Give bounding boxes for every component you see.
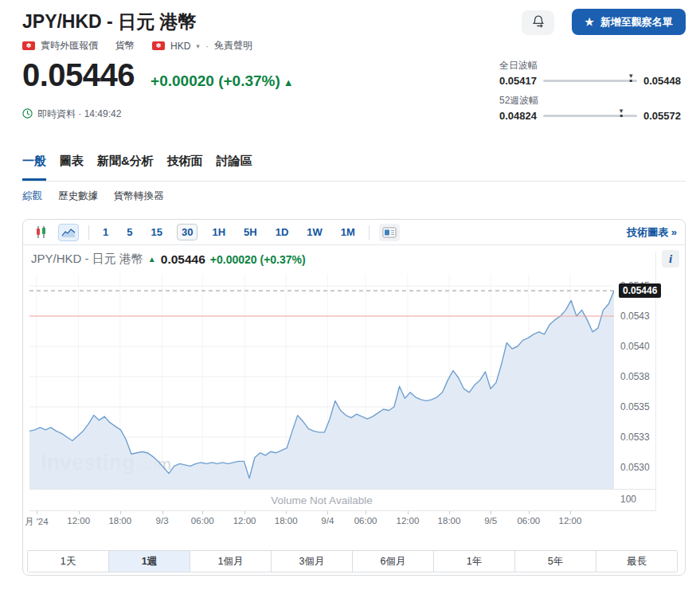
timeframe-1年[interactable]: 1年 (434, 551, 515, 572)
breadcrumb-separator: · (205, 41, 209, 52)
x-axis-tick (120, 511, 121, 514)
x-axis-tick-label: 18:00 (275, 516, 298, 526)
info-icon[interactable]: i (662, 250, 679, 268)
x-axis-tick-label: 18:00 (108, 516, 131, 526)
day-range: 0.05417 ▾ 0.05448 (499, 75, 681, 87)
technical-chart-link[interactable]: 技術圖表 » (627, 225, 677, 240)
timeframe-最長[interactable]: 最長 (596, 551, 677, 572)
x-axis-tick (491, 511, 491, 514)
chart-instrument-name: JPY/HKD - 日元 港幣 (31, 252, 143, 267)
news-panel-icon[interactable] (379, 224, 400, 241)
y-axis-tick-label: 0.0530 (620, 462, 655, 473)
interval-5H[interactable]: 5H (240, 225, 261, 240)
tab-圖表[interactable]: 圖表 (60, 154, 84, 181)
subtab-歷史數據[interactable]: 歷史數據 (58, 190, 98, 203)
timeframe-3個月[interactable]: 3個月 (272, 551, 353, 572)
quote-page: JPY/HKD - 日元 港幣 ★ 新增至觀察名單 ✽ 實時外匯報價 貨幣 ✽ … (0, 0, 700, 590)
interval-1[interactable]: 1 (99, 225, 112, 240)
chart-title-row: JPY/HKD - 日元 港幣 ▲ 0.05446 +0.00020 (+0.3… (31, 252, 306, 267)
x-axis-tick-label: 06:00 (354, 516, 377, 526)
day-range-high: 0.05448 (643, 75, 681, 87)
week52-range-bar: ▾ (543, 115, 637, 117)
chart-last-price: 0.05446 (161, 252, 205, 267)
y-axis-tick-label: 0.0535 (620, 401, 655, 412)
x-axis-tick (570, 511, 571, 514)
realtime-timestamp: 即時資料 · 14:49:42 (37, 107, 121, 121)
star-icon: ★ (585, 16, 594, 28)
ranges-panel: 全日波幅 0.05417 ▾ 0.05448 52週波幅 0.04824 ▾ 0… (499, 59, 681, 129)
tab-新聞&分析[interactable]: 新聞&分析 (97, 154, 154, 181)
x-axis-tick-label: 9/3 (156, 516, 169, 526)
x-axis-tick-label: 12:00 (397, 516, 420, 526)
tab-討論區[interactable]: 討論區 (217, 154, 252, 181)
volume-note: Volume Not Available (29, 494, 614, 506)
interval-30[interactable]: 30 (177, 224, 197, 240)
x-axis-tick (408, 511, 409, 514)
main-tabs: 一般圖表新聞&分析技術面討論區 (22, 154, 686, 182)
price-change: +0.00020 (+0.37%)▲ (151, 72, 294, 90)
x-axis-tick (366, 511, 366, 514)
candlestick-chart-icon[interactable] (31, 224, 52, 241)
week52-range-high: 0.05572 (643, 110, 681, 122)
chart-price-change: +0.00020 (+0.37%) (210, 253, 306, 266)
tab-技術面[interactable]: 技術面 (167, 154, 203, 181)
interval-5[interactable]: 5 (123, 225, 136, 240)
breadcrumb-market[interactable]: 實時外匯報價 (41, 39, 98, 53)
x-axis-tick-label: 06:00 (191, 516, 214, 526)
add-to-watchlist-button[interactable]: ★ 新增至觀察名單 (572, 9, 686, 35)
chart-up-arrow-icon: ▲ (148, 255, 156, 264)
price-chart[interactable]: Investing.com (29, 274, 614, 489)
timeframe-1天[interactable]: 1天 (28, 551, 109, 572)
subtab-綜觀[interactable]: 綜觀 (22, 190, 42, 203)
y-axis-tick-label: 0.0540 (620, 341, 655, 352)
y-axis-tick-label: 0.0538 (620, 371, 655, 382)
y-axis-tick-label: 0.0543 (620, 311, 655, 322)
day-range-low: 0.05417 (499, 75, 537, 87)
week52-range-marker: ▾ (620, 107, 624, 117)
x-axis-tick (202, 511, 203, 514)
x-axis-tick-label: 12:00 (67, 516, 90, 526)
timeframe-5年[interactable]: 5年 (515, 551, 596, 572)
x-axis-tick (529, 511, 530, 514)
timeframe-1個月[interactable]: 1個月 (190, 551, 272, 572)
chart-card: 1515301H5H1D1W1M 技術圖表 » JPY/HKD - 日元 港幣 … (22, 219, 686, 576)
interval-1M[interactable]: 1M (337, 225, 359, 240)
quote-price-row: 0.05446 +0.00020 (+0.37%)▲ (22, 57, 294, 93)
current-price-tag: 0.05446 (619, 283, 661, 298)
sub-tabs: 綜觀歷史數據貨幣轉換器 (22, 190, 164, 203)
subtab-貨幣轉換器[interactable]: 貨幣轉換器 (114, 190, 164, 203)
tab-一般[interactable]: 一般 (22, 154, 46, 181)
watchlist-button-label: 新增至觀察名單 (600, 15, 673, 29)
volume-axis-tick: 100 (620, 494, 636, 505)
x-axis-tick-label: 18:00 (438, 516, 461, 526)
timeframe-buttons: 1天1週1個月3個月6個月1年5年最長 (27, 550, 678, 572)
breadcrumb-category[interactable]: 貨幣 (115, 39, 135, 53)
breadcrumb-pair[interactable]: HKD (170, 41, 190, 52)
week52-range: 0.04824 ▾ 0.05572 (499, 110, 681, 122)
x-axis-tick-label: 9/5 (484, 516, 497, 526)
x-axis-tick-label: 9/4 (321, 516, 334, 526)
timeframe-1週[interactable]: 1週 (109, 551, 190, 572)
bell-plus-icon (531, 14, 546, 31)
interval-1W[interactable]: 1W (303, 225, 327, 240)
breadcrumb: ✽ 實時外匯報價 貨幣 ✽ HKD ▾ · 免責聲明 (22, 39, 252, 53)
week52-range-low: 0.04824 (499, 110, 537, 122)
area-chart-svg (29, 274, 614, 489)
interval-15[interactable]: 15 (147, 225, 166, 240)
timeframe-6個月[interactable]: 6個月 (353, 551, 434, 572)
interval-1D[interactable]: 1D (272, 225, 293, 240)
day-range-marker: ▾ (629, 72, 633, 82)
day-range-bar: ▾ (543, 80, 637, 82)
area-chart-icon[interactable] (58, 224, 79, 241)
volume-panel: Volume Not Available 100 (29, 489, 655, 511)
x-axis-tick (162, 511, 163, 514)
x-axis-tick (37, 511, 37, 514)
x-axis-tick (244, 511, 245, 514)
interval-1H[interactable]: 1H (208, 225, 229, 240)
chevron-down-icon[interactable]: ▾ (196, 42, 200, 50)
interval-buttons: 1515301H5H1D1W1M (99, 224, 359, 240)
disclaimer-link[interactable]: 免責聲明 (214, 39, 252, 53)
x-axis-tick-label: 月 '24 (25, 516, 49, 528)
create-alert-button[interactable] (522, 10, 554, 35)
x-axis-tick (286, 511, 287, 514)
